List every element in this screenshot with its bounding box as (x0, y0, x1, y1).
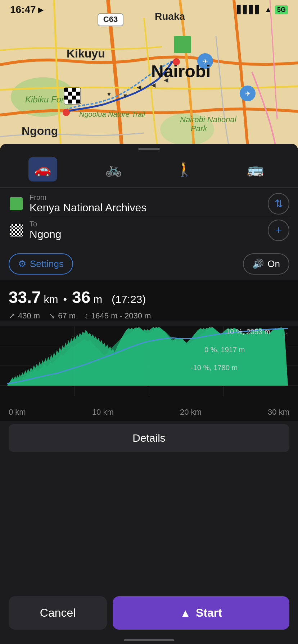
svg-text:Park: Park (191, 124, 207, 133)
svg-text:0 %, 1917 m: 0 %, 1917 m (204, 346, 245, 354)
wifi-icon: ▲ (264, 5, 272, 14)
from-info: From Kenya National Archives (30, 193, 146, 214)
svg-text:Kikuyu: Kikuyu (67, 47, 105, 60)
stats-section: 33.7 km • 36 m (17:23) ↗ 430 m ↘ 67 m ↕ … (0, 280, 298, 321)
from-value: Kenya National Archives (30, 202, 146, 214)
bottom-sheet: 🚗 🚲 🚶 🚌 From Kenya National Archives ⇅ (0, 144, 298, 644)
time-unit: m (93, 293, 102, 305)
svg-text:✈: ✈ (245, 90, 250, 97)
plus-icon: + (275, 224, 282, 237)
bottom-actions: Cancel ▲ Start (0, 596, 298, 630)
elevation-icon: ↕ (84, 311, 88, 321)
ascent-value: 430 m (18, 311, 40, 321)
svg-point-28 (63, 109, 70, 116)
cancel-button[interactable]: Cancel (9, 596, 107, 630)
to-value: Ngong (30, 228, 61, 240)
audio-button[interactable]: 🔊 On (243, 253, 289, 275)
svg-rect-25 (72, 96, 76, 100)
svg-rect-26 (68, 100, 72, 104)
to-icon (9, 223, 24, 238)
x-label-20: 20 km (180, 408, 202, 417)
map-view[interactable]: ✈ ✈ C63 Kikuyu Ruaka Nairobi Ngong Kibik… (0, 0, 298, 155)
svg-text:Nairobi National: Nairobi National (180, 115, 237, 124)
svg-text:Ngoolua Nature Trail: Ngoolua Nature Trail (79, 110, 145, 118)
tab-bike[interactable]: 🚲 (99, 157, 128, 181)
svg-text:10 %, 2053 m: 10 %, 2053 m (226, 328, 270, 336)
add-waypoint-button[interactable]: + (268, 220, 289, 241)
walk-icon: 🚶 (176, 161, 193, 177)
bus-icon: 🚌 (247, 161, 264, 177)
start-label: Start (196, 606, 222, 620)
distance-value: 33.7 (9, 288, 41, 307)
settings-label: Settings (30, 258, 64, 270)
svg-text:◀: ◀ (151, 82, 156, 88)
settings-audio-row: ⚙ Settings 🔊 On (0, 249, 298, 280)
sheet-handle[interactable] (138, 148, 160, 150)
speaker-icon: 🔊 (252, 258, 264, 270)
home-indicator (124, 639, 174, 641)
svg-text:-10 %, 1780 m: -10 %, 1780 m (191, 364, 238, 372)
to-label: To (30, 220, 61, 228)
stats-sub-row: ↗ 430 m ↘ 67 m ↕ 1645 m - 2030 m (9, 311, 289, 321)
svg-text:Nairobi: Nairobi (151, 62, 211, 81)
x-label-30: 30 km (268, 408, 289, 417)
tab-bus[interactable]: 🚌 (241, 157, 270, 181)
status-time: 16:47 (10, 4, 36, 15)
from-row: From Kenya National Archives ⇅ (9, 193, 289, 214)
car-icon: 🚗 (34, 161, 51, 177)
elevation-range: 1645 m - 2030 m (91, 311, 151, 321)
svg-rect-20 (64, 88, 68, 92)
x-label-10: 10 km (92, 408, 114, 417)
details-button[interactable]: Details (9, 424, 289, 452)
stats-main-row: 33.7 km • 36 m (17:23) (9, 288, 289, 307)
swap-icon: ⇅ (275, 198, 283, 210)
distance-unit: km (44, 293, 58, 305)
location-icon: ▶ (38, 5, 44, 14)
sliders-icon: ⚙ (18, 258, 26, 270)
to-row: To Ngong + (9, 220, 289, 240)
audio-label: On (267, 258, 280, 270)
svg-rect-23 (76, 92, 80, 96)
from-icon (9, 196, 24, 211)
time-value: 36 (72, 288, 90, 307)
route-divider (30, 217, 289, 217)
svg-text:◀: ◀ (164, 77, 168, 83)
swap-button[interactable]: ⇅ (268, 193, 289, 215)
navigation-icon: ▲ (180, 607, 191, 619)
battery-badge: 5G (275, 5, 288, 14)
separator-dot: • (63, 293, 67, 305)
settings-button[interactable]: ⚙ Settings (9, 253, 73, 275)
descent-value: 67 m (58, 311, 76, 321)
svg-rect-27 (76, 100, 80, 104)
chart-x-labels: 0 km 10 km 20 km 30 km (0, 405, 298, 421)
from-label: From (30, 193, 146, 202)
svg-rect-22 (68, 92, 72, 96)
svg-text:Ngong: Ngong (22, 124, 58, 137)
bike-icon: 🚲 (105, 161, 122, 177)
ascent-stat: ↗ 430 m (9, 311, 40, 321)
route-section: From Kenya National Archives ⇅ To Ngong … (0, 188, 298, 249)
svg-text:▼: ▼ (122, 93, 128, 99)
svg-rect-21 (72, 88, 76, 92)
transport-tabs: 🚗 🚲 🚶 🚌 (0, 157, 298, 188)
status-bar: 16:47 ▶ ▋▋▋▋ ▲ 5G (0, 0, 298, 19)
svg-text:▼: ▼ (106, 91, 112, 97)
svg-rect-17 (174, 36, 191, 53)
tab-walk[interactable]: 🚶 (170, 157, 199, 181)
descent-stat: ↘ 67 m (49, 311, 76, 321)
to-info: To Ngong (30, 220, 61, 240)
svg-point-18 (173, 58, 180, 65)
x-label-0: 0 km (9, 408, 26, 417)
elevation-chart: 10 %, 2053 m 0 %, 1917 m -10 %, 1780 m (0, 326, 298, 405)
signal-icon: ▋▋▋▋ (237, 5, 261, 14)
tab-car[interactable]: 🚗 (28, 157, 57, 181)
arrival-time: (17:23) (112, 293, 146, 305)
elevation-range-stat: ↕ 1645 m - 2030 m (84, 311, 151, 321)
descent-icon: ↘ (49, 311, 55, 321)
ascent-icon: ↗ (9, 311, 15, 321)
start-button[interactable]: ▲ Start (113, 596, 289, 630)
svg-rect-24 (64, 96, 68, 100)
svg-text:◀: ◀ (137, 84, 141, 90)
